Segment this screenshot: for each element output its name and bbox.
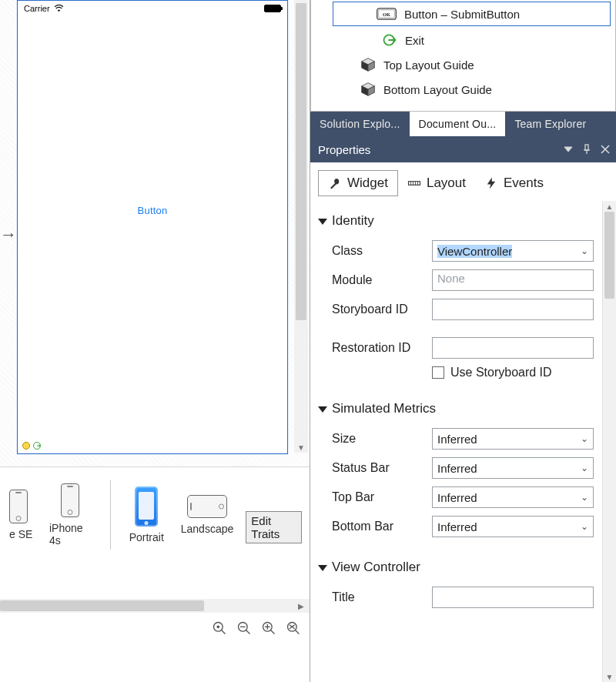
window-menu-icon[interactable] bbox=[562, 143, 574, 155]
zoom-out-icon[interactable] bbox=[236, 620, 253, 637]
outline-item-label: Exit bbox=[405, 34, 424, 47]
module-input[interactable]: None bbox=[432, 269, 594, 291]
device-4s-label: iPhone 4s bbox=[49, 522, 92, 547]
use-storyboard-id-label: Use Storyboard ID bbox=[450, 366, 552, 379]
landscape-label: Landscape bbox=[181, 523, 234, 535]
chevron-down-icon: ⌄ bbox=[581, 492, 588, 503]
scrollbar-thumb[interactable] bbox=[0, 600, 204, 611]
group-view-controller[interactable]: View Controller bbox=[318, 560, 598, 575]
class-combobox[interactable]: ViewController ⌄ bbox=[432, 240, 594, 262]
group-title: Identity bbox=[332, 213, 374, 229]
group-identity[interactable]: Identity bbox=[318, 213, 598, 229]
label-size: Size bbox=[332, 432, 424, 446]
nav-arrow-right-icon[interactable]: → bbox=[0, 225, 17, 245]
topbar-value: Inferred bbox=[437, 491, 477, 504]
label-top-bar: Top Bar bbox=[332, 490, 424, 504]
cube-icon bbox=[360, 57, 376, 72]
zoom-actual-icon[interactable] bbox=[285, 620, 302, 637]
chevron-down-icon bbox=[318, 219, 327, 225]
prop-tab-events[interactable]: Events bbox=[475, 171, 553, 196]
exit-icon bbox=[382, 32, 397, 48]
svg-rect-31 bbox=[408, 182, 420, 186]
label-status-bar: Status Bar bbox=[332, 461, 424, 475]
group-title: View Controller bbox=[332, 560, 420, 575]
svg-line-2 bbox=[222, 630, 226, 634]
svg-text:OK: OK bbox=[383, 12, 390, 17]
prop-tab-label: Events bbox=[504, 176, 544, 191]
properties-panel-header: Properties bbox=[310, 136, 616, 162]
chevron-down-icon: ⌄ bbox=[581, 463, 588, 473]
device-iphone-se[interactable]: e SE bbox=[5, 486, 37, 543]
prop-tab-label: Widget bbox=[347, 176, 388, 191]
prop-tab-layout[interactable]: Layout bbox=[398, 171, 475, 196]
size-value: Inferred bbox=[437, 433, 477, 446]
zoom-fit-icon[interactable] bbox=[211, 620, 228, 637]
statusbar-combobox[interactable]: Inferred ⌄ bbox=[432, 457, 594, 479]
tab-document-outline[interactable]: Document Ou... bbox=[410, 112, 506, 136]
outline-item-bottom-guide[interactable]: Bottom Layout Guide bbox=[339, 77, 612, 102]
chevron-down-icon: ⌄ bbox=[581, 521, 588, 532]
class-value: ViewController bbox=[437, 245, 512, 258]
svg-point-3 bbox=[217, 626, 220, 629]
label-title: Title bbox=[332, 590, 424, 604]
pin-icon[interactable] bbox=[581, 143, 593, 155]
tab-solution-explorer[interactable]: Solution Explo... bbox=[310, 112, 410, 136]
group-title: Simulated Metrics bbox=[332, 401, 436, 416]
use-storyboard-id-checkbox[interactable] bbox=[432, 366, 444, 379]
label-storyboard-id: Storyboard ID bbox=[332, 303, 424, 316]
orientation-landscape[interactable]: Landscape bbox=[176, 492, 239, 538]
svg-marker-25 bbox=[564, 147, 572, 152]
outline-item-exit[interactable]: Exit bbox=[339, 28, 612, 52]
prop-tab-widget[interactable]: Widget bbox=[318, 170, 398, 196]
button-ok-icon: OK bbox=[377, 7, 397, 21]
outline-item-submit-button[interactable]: OK Button – SubmitButton bbox=[333, 2, 611, 26]
zoom-in-icon[interactable] bbox=[260, 620, 277, 637]
edit-traits-button[interactable]: Edit Traits bbox=[246, 511, 302, 543]
wrench-icon bbox=[328, 176, 342, 190]
chevron-down-icon: ⌄ bbox=[581, 246, 588, 256]
warning-dot-icon bbox=[22, 442, 30, 450]
title-input[interactable] bbox=[432, 587, 594, 608]
portrait-label: Portrait bbox=[129, 531, 164, 543]
scrollbar-thumb[interactable] bbox=[604, 212, 614, 299]
cube-icon bbox=[360, 82, 376, 97]
orientation-portrait[interactable]: Portrait bbox=[125, 483, 169, 547]
size-combobox[interactable]: Inferred ⌄ bbox=[432, 428, 594, 450]
statusbar-value: Inferred bbox=[437, 462, 477, 475]
label-restoration-id: Restoration ID bbox=[332, 341, 424, 355]
device-iphone-4s[interactable]: iPhone 4s bbox=[45, 480, 96, 550]
ui-button[interactable]: Button bbox=[138, 205, 168, 216]
properties-title: Properties bbox=[318, 143, 370, 156]
scrollbar-thumb[interactable] bbox=[296, 3, 306, 320]
document-outline: OK Button – SubmitButton Exit Top Layo bbox=[310, 0, 616, 112]
exit-mini-icon bbox=[32, 441, 42, 450]
chevron-down-icon bbox=[318, 406, 327, 413]
outline-item-label: Top Layout Guide bbox=[383, 59, 474, 72]
close-icon[interactable] bbox=[599, 143, 611, 155]
restoration-id-input[interactable] bbox=[432, 337, 594, 359]
outline-item-top-guide[interactable]: Top Layout Guide bbox=[339, 52, 612, 77]
separator bbox=[110, 480, 111, 550]
properties-scrollbar[interactable]: ▲ ▼ bbox=[602, 201, 616, 682]
group-simulated-metrics[interactable]: Simulated Metrics bbox=[318, 401, 598, 416]
outline-item-label: Button – SubmitButton bbox=[404, 8, 520, 21]
ruler-icon bbox=[407, 176, 421, 190]
device-frame[interactable]: Carrier Button bbox=[17, 0, 288, 454]
designer-canvas[interactable]: → Carrier Button bbox=[0, 0, 310, 466]
label-bottom-bar: Bottom Bar bbox=[332, 520, 424, 533]
horizontal-scrollbar[interactable]: ▶ bbox=[0, 599, 310, 613]
chevron-down-icon: ⌄ bbox=[581, 433, 588, 444]
tab-team-explorer[interactable]: Team Explorer bbox=[505, 112, 595, 136]
vertical-scrollbar[interactable]: ▲ ▼ bbox=[294, 0, 308, 453]
label-class: Class bbox=[332, 244, 424, 258]
svg-line-8 bbox=[271, 630, 275, 634]
bottombar-value: Inferred bbox=[437, 520, 477, 533]
device-se-label: e SE bbox=[9, 528, 32, 540]
outline-item-label: Bottom Layout Guide bbox=[383, 83, 492, 96]
storyboard-id-input[interactable] bbox=[432, 299, 594, 320]
bottombar-combobox[interactable]: Inferred ⌄ bbox=[432, 516, 594, 537]
topbar-combobox[interactable]: Inferred ⌄ bbox=[432, 486, 594, 508]
label-module: Module bbox=[332, 273, 424, 287]
chevron-down-icon bbox=[318, 565, 327, 571]
svg-line-12 bbox=[296, 630, 300, 634]
